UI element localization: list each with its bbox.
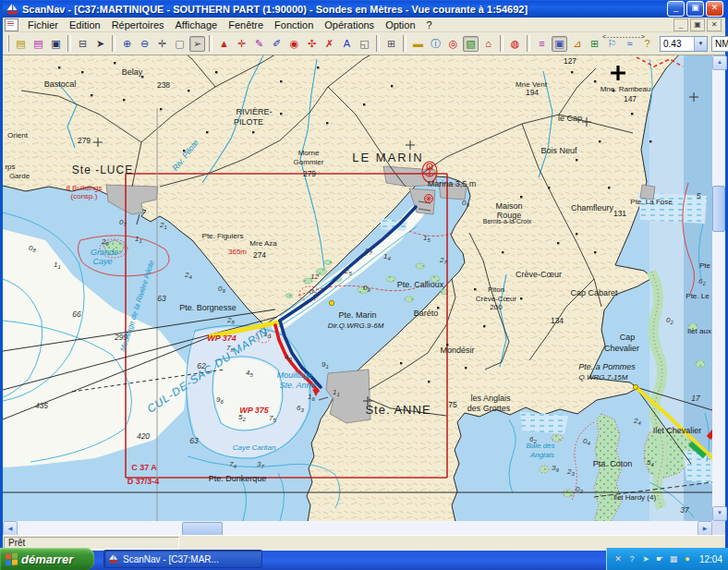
- zoom-area-button[interactable]: ▢: [172, 36, 188, 52]
- tray-icon-antivirus[interactable]: ✕: [613, 553, 624, 564]
- map-label: Pte: [699, 261, 711, 270]
- goto-point-button[interactable]: ◉: [286, 36, 302, 52]
- nautical-chart[interactable]: 2108112607112409287845961040911116637552…: [3, 55, 712, 521]
- title-bar[interactable]: ScanNav - [C37:MARTINIQUE - SOUTHERN PAR…: [3, 0, 725, 18]
- vertical-scrollbar[interactable]: ▲ ▼: [712, 55, 725, 521]
- zoom-in-button[interactable]: ⊕: [119, 36, 135, 52]
- map-label: Gommier: [294, 158, 324, 166]
- scannav-window: ScanNav - [C37:MARTINIQUE - SOUTHERN PAR…: [0, 0, 728, 548]
- menu-fonction[interactable]: Fonction: [269, 19, 319, 30]
- horizontal-scrollbar[interactable]: ◀ ▶: [3, 521, 712, 535]
- rescue-lifebuoy-button[interactable]: ◍: [507, 36, 523, 52]
- grid-toggle-button[interactable]: ⊞: [587, 36, 602, 52]
- tray-icon-network[interactable]: ➤: [640, 553, 651, 564]
- building-mark: [548, 187, 550, 188]
- pointer-mode-button[interactable]: ➢: [189, 36, 205, 52]
- unit-value: NM: [712, 39, 728, 49]
- start-button[interactable]: démarrer: [0, 548, 94, 570]
- close-button[interactable]: ✕: [706, 1, 723, 17]
- chart-permit-button[interactable]: ▤: [30, 36, 46, 52]
- building-mark: [280, 113, 282, 115]
- menu-option[interactable]: Option: [380, 19, 420, 30]
- menu-fentre[interactable]: Fenêtre: [223, 19, 269, 30]
- mdi-close-button[interactable]: ✕: [707, 18, 722, 31]
- map-label: D 37/3-4: [127, 477, 160, 486]
- tray-icon-help[interactable]: ?: [626, 553, 637, 564]
- window-title: ScanNav - [C37:MARTINIQUE - SOUTHERN PAR…: [22, 4, 528, 15]
- spot-height: 279: [78, 136, 91, 145]
- tool-bar: ▤▤▣⊟➤⊕⊖✛▢➢▲✛✎✐◉✣✗A◱⊞▬ⓘ◎▧⌂◍≡▣⊿⊞⚐≈? <-----…: [3, 32, 725, 55]
- scroll-up-icon[interactable]: ▲: [712, 55, 727, 70]
- horizontal-scroll-thumb[interactable]: [182, 522, 223, 536]
- menu-fichier[interactable]: Fichier: [22, 19, 64, 30]
- toolbar-separator: [112, 35, 115, 52]
- scale-combo[interactable]: 0.43 ▼: [660, 36, 708, 52]
- menu-rpertoires[interactable]: Répertoires: [106, 19, 170, 30]
- toolbar-grip[interactable]: [7, 35, 9, 52]
- center-view-button[interactable]: ✛: [234, 36, 249, 52]
- map-label: Bastocal: [44, 79, 77, 89]
- map-label: Bernis-a-la-Croix: [483, 218, 532, 224]
- map-label: Morne: [298, 149, 320, 157]
- building-mark: [649, 140, 651, 142]
- measure-distance-button[interactable]: ▬: [410, 36, 426, 52]
- boat-position-button[interactable]: ▲: [216, 36, 232, 52]
- menu-oprations[interactable]: Opérations: [319, 19, 380, 30]
- minimize-button[interactable]: _: [667, 1, 685, 17]
- object-info-button[interactable]: ⓘ: [428, 36, 443, 52]
- building-mark: [391, 85, 393, 87]
- menu-?[interactable]: ?: [421, 19, 438, 30]
- map-label: Ilet aux: [687, 327, 711, 335]
- building-mark: [91, 94, 92, 96]
- new-route-button[interactable]: ✐: [269, 36, 285, 52]
- map-label: Piton: [488, 285, 504, 294]
- menu-affichage[interactable]: Affichage: [170, 19, 224, 30]
- print-map-button[interactable]: ⊞: [383, 36, 399, 52]
- spot-height: 147: [624, 94, 637, 103]
- thumbnail-view-button[interactable]: ▣: [552, 36, 567, 52]
- open-chart-button[interactable]: ▤: [13, 36, 29, 52]
- alarms-button[interactable]: ⌂: [480, 36, 496, 52]
- menu-edition[interactable]: Edition: [64, 19, 106, 30]
- depth-profile-button[interactable]: ⊿: [569, 36, 585, 52]
- map-label: Baréto: [414, 309, 439, 318]
- building-mark: [123, 99, 125, 101]
- new-waypoint-button[interactable]: ✎: [251, 36, 267, 52]
- islet: [540, 466, 549, 473]
- spot-height: 238: [157, 80, 170, 90]
- print-button[interactable]: ⊟: [75, 36, 91, 52]
- light-icon: [633, 384, 637, 389]
- zoom-out-button[interactable]: ⊖: [137, 36, 152, 52]
- map-label: Ilet Hardy (4): [613, 493, 657, 502]
- mdi-minimize-button[interactable]: _: [673, 18, 688, 31]
- map-label: Pte. Callioux: [397, 280, 444, 289]
- islet: [552, 434, 563, 442]
- tray-icon-mouse[interactable]: ☛: [654, 553, 665, 564]
- scroll-down-icon[interactable]: ▼: [712, 506, 727, 521]
- add-text-button[interactable]: A: [339, 36, 355, 52]
- tray-icon-display[interactable]: ▦: [668, 553, 679, 564]
- chevron-down-icon[interactable]: ▼: [694, 37, 707, 51]
- map-label: rps: [5, 163, 15, 171]
- route-tools-button[interactable]: ✣: [304, 36, 320, 52]
- chart-overview-button[interactable]: ▧: [463, 36, 479, 52]
- toolbar-separator: [376, 35, 380, 52]
- spot-height: 63: [157, 294, 166, 303]
- taskbar-item-scannav[interactable]: ScanNav - [C37:MAR...: [103, 550, 262, 568]
- unit-combo[interactable]: NM ▼: [711, 36, 728, 52]
- map-label: Maison: [495, 201, 522, 211]
- select-rectangle-button[interactable]: ◱: [357, 36, 372, 52]
- vertical-scroll-thumb[interactable]: [712, 186, 725, 232]
- save-button[interactable]: ▣: [48, 36, 64, 52]
- context-help-button[interactable]: ➤: [92, 36, 108, 52]
- restore-button[interactable]: ▣: [686, 1, 704, 17]
- man-overboard-button[interactable]: ◎: [445, 36, 461, 52]
- erase-object-button[interactable]: ✗: [322, 36, 337, 52]
- waypoint-list-button[interactable]: ≡: [534, 36, 550, 52]
- map-label: Anglais: [529, 451, 554, 459]
- map-label: Baie des: [526, 442, 554, 450]
- mdi-restore-button[interactable]: ▣: [690, 18, 705, 31]
- tray-icon-updates[interactable]: ●: [682, 553, 693, 564]
- pan-hand-button[interactable]: ✛: [154, 36, 170, 52]
- mdi-document-icon[interactable]: [5, 18, 18, 31]
